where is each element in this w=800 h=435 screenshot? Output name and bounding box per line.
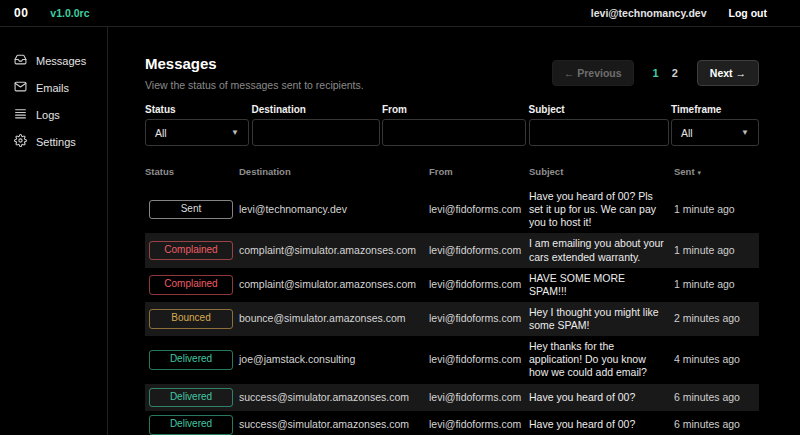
sidebar-item-emails[interactable]: Emails <box>0 74 107 101</box>
cell-subject: Hey thanks for the application! Do you k… <box>529 340 674 379</box>
cell-from: levi@fidoforms.com <box>429 203 529 216</box>
app-logo[interactable]: 00 <box>14 6 28 20</box>
pagination: ← Previous 1 2 Next → <box>552 60 759 86</box>
cell-sent: 2 minutes ago <box>674 312 759 325</box>
sidebar-item-settings[interactable]: Settings <box>0 128 107 155</box>
user-email: levi@technomancy.dev <box>591 7 707 19</box>
cell-destination: success@simulator.amazonses.com <box>239 418 429 431</box>
subject-input[interactable] <box>529 119 669 146</box>
filter-label: Timeframe <box>671 104 759 115</box>
status-select[interactable]: All ▼ <box>145 119 249 146</box>
cell-subject: HAVE SOME MORE SPAM!!! <box>529 272 674 298</box>
cell-from: levi@fidoforms.com <box>429 312 529 325</box>
column-header-subject: Subject <box>529 166 674 177</box>
cell-sent: 1 minute ago <box>674 244 759 257</box>
topbar: 00 v1.0.0rc levi@technomancy.dev Log out <box>0 0 800 27</box>
cell-sent: 6 minutes ago <box>674 391 759 404</box>
inbox-icon <box>14 53 27 68</box>
table-row[interactable]: Delivered success@simulator.amazonses.co… <box>145 411 759 435</box>
filter-label: From <box>382 104 526 115</box>
page-numbers: 1 2 <box>653 67 678 79</box>
column-header-destination: Destination <box>239 166 429 177</box>
cell-subject: Have you heard of 00? Pls set it up for … <box>529 190 674 229</box>
filters-bar: Status All ▼ Destination From Subject Ti… <box>145 104 759 146</box>
status-badge: Sent <box>149 200 233 220</box>
filter-label: Subject <box>529 104 669 115</box>
sidebar-item-label: Settings <box>36 136 76 148</box>
table-body: Sent levi@technomancy.dev levi@fidoforms… <box>145 186 759 435</box>
cell-sent: 6 minutes ago <box>674 418 759 431</box>
filter-label: Destination <box>252 104 380 115</box>
status-badge: Bounced <box>149 309 233 329</box>
table-row[interactable]: Complained complaint@simulator.amazonses… <box>145 268 759 302</box>
cell-from: levi@fidoforms.com <box>429 418 529 431</box>
status-badge: Complained <box>149 241 233 261</box>
sidebar: Messages Emails Logs Settings <box>0 27 108 435</box>
table-row[interactable]: Delivered success@simulator.amazonses.co… <box>145 384 759 412</box>
cell-destination: joe@jamstack.consulting <box>239 353 429 366</box>
main-content: Messages View the status of messages sen… <box>108 27 800 435</box>
cell-from: levi@fidoforms.com <box>429 391 529 404</box>
cell-destination: levi@technomancy.dev <box>239 203 429 216</box>
cell-sent: 1 minute ago <box>674 203 759 216</box>
envelope-icon <box>14 80 27 95</box>
next-button[interactable]: Next → <box>697 60 759 86</box>
cell-subject: Have you heard of 00? <box>529 391 674 404</box>
cell-from: levi@fidoforms.com <box>429 278 529 291</box>
cell-from: levi@fidoforms.com <box>429 244 529 257</box>
cell-sent: 4 minutes ago <box>674 353 759 366</box>
previous-button[interactable]: ← Previous <box>552 60 634 86</box>
status-badge: Delivered <box>149 350 233 370</box>
status-badge: Delivered <box>149 388 233 408</box>
destination-input[interactable] <box>252 119 380 146</box>
cell-subject: I am emailing you about your cars extend… <box>529 237 674 263</box>
page-title: Messages <box>145 55 364 72</box>
sidebar-item-logs[interactable]: Logs <box>0 101 107 128</box>
gear-icon <box>14 134 27 149</box>
filter-subject: Subject <box>529 104 669 146</box>
table-row[interactable]: Complained complaint@simulator.amazonses… <box>145 233 759 267</box>
messages-table: Status Destination From Subject Sent▾ Se… <box>145 162 759 435</box>
column-header-status: Status <box>145 166 239 177</box>
table-row[interactable]: Delivered joe@jamstack.consulting levi@f… <box>145 336 759 383</box>
sort-descending-icon: ▾ <box>698 169 702 176</box>
sidebar-item-label: Messages <box>36 55 86 67</box>
filter-label: Status <box>145 104 249 115</box>
sidebar-item-label: Emails <box>36 82 69 94</box>
filter-status: Status All ▼ <box>145 104 249 146</box>
status-badge: Complained <box>149 275 233 295</box>
filter-timeframe: Timeframe All ▼ <box>671 104 759 146</box>
page-header: Messages View the status of messages sen… <box>145 55 364 91</box>
status-select-value: All <box>155 127 167 139</box>
status-badge: Delivered <box>149 415 233 435</box>
chevron-down-icon: ▼ <box>231 128 239 137</box>
cell-destination: complaint@simulator.amazonses.com <box>239 244 429 257</box>
logs-icon <box>14 107 27 122</box>
column-header-from: From <box>429 166 529 177</box>
timeframe-select-value: All <box>681 127 693 139</box>
from-input[interactable] <box>382 119 526 146</box>
cell-subject: Have you heard of 00? <box>529 418 674 431</box>
page-number-1[interactable]: 1 <box>653 67 659 79</box>
filter-from: From <box>382 104 526 146</box>
timeframe-select[interactable]: All ▼ <box>671 119 759 146</box>
table-row[interactable]: Bounced bounce@simulator.amazonses.com l… <box>145 302 759 336</box>
sidebar-item-label: Logs <box>36 109 60 121</box>
page-subtitle: View the status of messages sent to reci… <box>145 79 364 91</box>
cell-destination: bounce@simulator.amazonses.com <box>239 312 429 325</box>
column-header-sent[interactable]: Sent▾ <box>674 166 759 177</box>
version-label: v1.0.0rc <box>50 7 89 19</box>
filter-destination: Destination <box>252 104 380 146</box>
sidebar-item-messages[interactable]: Messages <box>0 47 107 74</box>
page-number-2[interactable]: 2 <box>672 67 678 79</box>
cell-subject: Hey I thought you might like some SPAM! <box>529 306 674 332</box>
table-header: Status Destination From Subject Sent▾ <box>145 162 759 186</box>
cell-destination: complaint@simulator.amazonses.com <box>239 278 429 291</box>
logout-button[interactable]: Log out <box>729 7 767 19</box>
cell-destination: success@simulator.amazonses.com <box>239 391 429 404</box>
cell-from: levi@fidoforms.com <box>429 353 529 366</box>
table-row[interactable]: Sent levi@technomancy.dev levi@fidoforms… <box>145 186 759 233</box>
chevron-down-icon: ▼ <box>741 128 749 137</box>
cell-sent: 1 minute ago <box>674 278 759 291</box>
